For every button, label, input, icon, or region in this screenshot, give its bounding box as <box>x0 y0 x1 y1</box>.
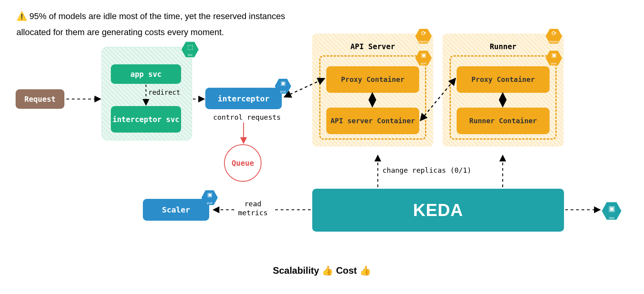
hpa-badge-icon: ▣ hpa <box>602 201 621 221</box>
keda-node: KEDA <box>312 189 564 232</box>
change-replicas-label: change replicas (0/1) <box>382 166 471 174</box>
thumbs-up-icon: 👍 <box>359 265 371 276</box>
thumbs-up-icon: 👍 <box>322 265 333 276</box>
runner-title: Runner <box>443 42 564 51</box>
runner-container: Runner Container <box>457 108 550 134</box>
api-server-title: API Server <box>312 42 433 51</box>
svc-badge-icon: ⬚ svc <box>181 41 199 58</box>
warning-text: ⚠️ 95% of models are idle most of the ti… <box>16 9 313 40</box>
interceptor-svc-node: interceptor svc <box>111 106 181 133</box>
api-proxy-container: Proxy Container <box>326 66 419 93</box>
footer-text: Scalability 👍 Cost 👍 <box>0 265 644 276</box>
queue-node: Queue <box>224 144 262 182</box>
runner-proxy-container: Proxy Container <box>457 66 550 93</box>
scaler-node: Scaler <box>143 199 209 221</box>
read-metrics-label: readmetrics <box>238 200 268 217</box>
request-node: Request <box>16 89 64 109</box>
interceptor-node: interceptor <box>205 88 282 109</box>
warning-icon: ⚠️ <box>16 11 27 21</box>
control-requests-label: control requests <box>213 113 281 121</box>
app-svc-node: app svc <box>111 64 181 84</box>
api-server-container: API server Container <box>326 108 419 134</box>
redirect-label: redirect <box>148 89 180 96</box>
